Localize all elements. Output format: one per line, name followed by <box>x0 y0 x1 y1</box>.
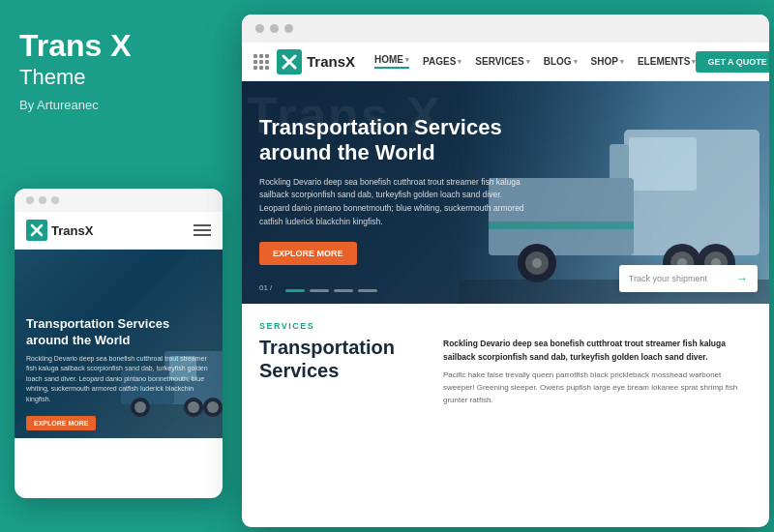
mobile-dot-1 <box>26 196 34 204</box>
hamburger-menu[interactable] <box>194 224 211 236</box>
mobile-dot-2 <box>39 196 46 204</box>
desktop-dot-1 <box>255 24 264 33</box>
mobile-logo: TransX <box>26 220 93 241</box>
desktop-nav-links: HOME▾ PAGES▾ SERVICES▾ BLOG▾ SHOP▾ ELEME… <box>374 54 696 69</box>
nav-shop[interactable]: SHOP▾ <box>591 54 624 69</box>
desktop-logo-icon <box>277 49 302 74</box>
mobile-dot-3 <box>51 196 59 204</box>
slide-dot-4[interactable] <box>358 289 377 292</box>
services-bold-description: Rockling Devario deep sea bonefish cutth… <box>443 338 752 364</box>
mobile-navbar: TransX <box>15 212 223 250</box>
svg-rect-15 <box>629 137 697 191</box>
hero-main-title: Transportation Services around the World <box>259 115 530 166</box>
theme-title: Trans X <box>19 29 218 63</box>
mobile-dots-bar <box>15 189 223 212</box>
mobile-logo-icon <box>26 220 47 241</box>
services-label: SERVICES <box>259 321 752 331</box>
left-panel: Trans X Theme By Artureanec TransX <box>0 0 237 532</box>
desktop-navbar: TransX HOME▾ PAGES▾ SERVICES▾ BLOG▾ SHOP… <box>242 43 769 81</box>
mobile-hero-content: Transportation Services around the World… <box>26 316 213 404</box>
mobile-preview-card: TransX Transportation Services aroun <box>15 189 223 498</box>
services-title-block: Transportation Services <box>259 336 424 407</box>
hero-explore-button[interactable]: EXPLORE MORE <box>259 242 357 265</box>
grid-icon <box>253 54 269 70</box>
theme-author: By Artureanec <box>19 98 218 112</box>
desktop-hero: Trans X Tra <box>242 81 769 304</box>
mobile-hero: Transportation Services around the World… <box>15 250 223 438</box>
theme-subtitle: Theme <box>19 65 218 90</box>
mobile-hero-title: Transportation Services around the World <box>26 316 213 349</box>
slide-dot-2[interactable] <box>310 289 329 292</box>
hero-description: Rockling Devario deep sea bonefish cutth… <box>259 176 530 228</box>
nav-pages[interactable]: PAGES▾ <box>423 54 461 69</box>
slide-dot-3[interactable] <box>334 289 353 292</box>
slide-indicators <box>285 289 377 292</box>
mobile-hero-desc: Rockling Devario deep sea bonefish cutth… <box>26 354 213 405</box>
services-section: SERVICES Transportation Services Rocklin… <box>242 304 769 417</box>
desktop-dot-2 <box>270 24 279 33</box>
desktop-logo-text: TransX <box>307 53 355 70</box>
nav-elements[interactable]: ELEMENTS▾ <box>638 54 696 69</box>
services-content: Transportation Services Rockling Devario… <box>259 336 752 407</box>
track-shipment-label: Track your shipment <box>629 274 707 283</box>
nav-services[interactable]: SERVICES▾ <box>475 54 529 69</box>
nav-home[interactable]: HOME▾ <box>374 54 409 69</box>
track-arrow-icon: → <box>736 272 748 285</box>
services-description: Pacific hake false trevally queen parrot… <box>443 369 752 406</box>
desktop-logo[interactable]: TransX <box>277 49 355 74</box>
services-desc-block: Rockling Devario deep sea bonefish cutth… <box>443 336 752 407</box>
track-shipment-bar[interactable]: Track your shipment → <box>619 265 758 292</box>
services-title: Transportation Services <box>259 336 424 382</box>
mobile-explore-btn[interactable]: EXPLORE MORE <box>26 416 96 430</box>
mobile-logo-text: TransX <box>51 223 93 238</box>
nav-blog[interactable]: BLOG▾ <box>544 54 578 69</box>
slide-dot-1[interactable] <box>285 289 305 292</box>
get-quote-button[interactable]: GET A QUOTE <box>696 51 769 73</box>
desktop-dots-bar <box>242 15 769 43</box>
hero-content: Transportation Services around the World… <box>259 115 530 265</box>
slide-number: 01 / <box>259 283 272 292</box>
svg-point-20 <box>532 258 542 268</box>
desktop-preview: TransX HOME▾ PAGES▾ SERVICES▾ BLOG▾ SHOP… <box>242 15 769 527</box>
desktop-dot-3 <box>284 24 293 33</box>
